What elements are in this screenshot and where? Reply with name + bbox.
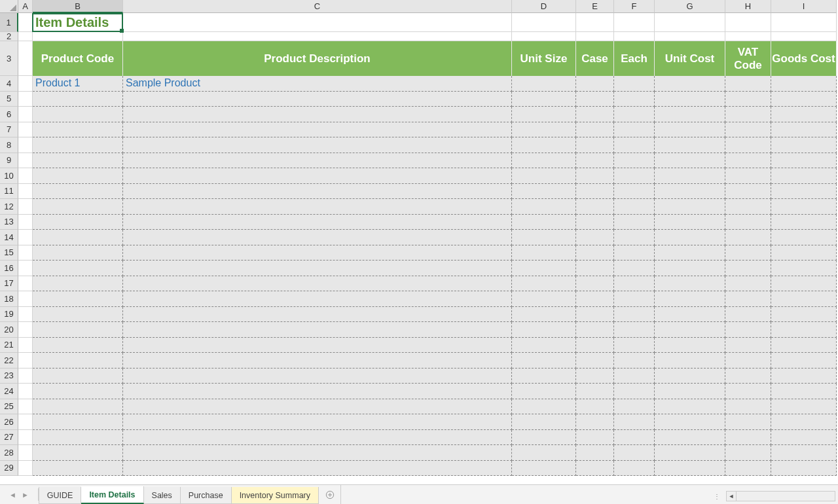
- cell-C28[interactable]: [123, 445, 512, 461]
- cell-I25[interactable]: [771, 399, 837, 415]
- row-header-10[interactable]: 10: [0, 168, 18, 184]
- cell-A9[interactable]: [18, 153, 33, 169]
- cell-H7[interactable]: [725, 122, 771, 138]
- cell-F13[interactable]: [614, 215, 655, 230]
- cell-E18[interactable]: [576, 291, 614, 307]
- cell-D24[interactable]: [512, 384, 576, 399]
- cell-D6[interactable]: [512, 107, 576, 122]
- cell-F27[interactable]: [614, 430, 655, 446]
- cell-G1[interactable]: [655, 13, 725, 32]
- cell-B26[interactable]: [33, 414, 123, 430]
- cell-B2[interactable]: [33, 32, 123, 41]
- cell-A21[interactable]: [18, 338, 33, 353]
- row-header-8[interactable]: 8: [0, 137, 18, 153]
- cell-D14[interactable]: [512, 230, 576, 245]
- cell-C1[interactable]: [123, 13, 512, 32]
- cell-G3[interactable]: Unit Cost: [655, 41, 725, 76]
- cell-F7[interactable]: [614, 122, 655, 138]
- cell-C10[interactable]: [123, 168, 512, 184]
- cell-I27[interactable]: [771, 430, 837, 446]
- cell-I19[interactable]: [771, 307, 837, 323]
- sheet-tab-inventory-summary[interactable]: Inventory Summary: [232, 487, 319, 504]
- cell-F5[interactable]: [614, 92, 655, 107]
- cell-B9[interactable]: [33, 153, 123, 169]
- cell-A28[interactable]: [18, 445, 33, 461]
- cell-I16[interactable]: [771, 261, 837, 276]
- row-header-1[interactable]: 1: [0, 13, 18, 32]
- row-header-11[interactable]: 11: [0, 184, 18, 200]
- cell-B4[interactable]: Product 1: [33, 76, 123, 92]
- cell-D17[interactable]: [512, 276, 576, 292]
- row-header-23[interactable]: 23: [0, 369, 18, 384]
- cell-G15[interactable]: [655, 245, 725, 261]
- column-header-D[interactable]: D: [512, 0, 576, 13]
- cell-C16[interactable]: [123, 261, 512, 276]
- cell-I18[interactable]: [771, 291, 837, 307]
- row-header-3[interactable]: 3: [0, 41, 18, 76]
- cell-I20[interactable]: [771, 322, 837, 338]
- cell-I17[interactable]: [771, 276, 837, 292]
- row-header-5[interactable]: 5: [0, 92, 18, 107]
- cell-C14[interactable]: [123, 230, 512, 245]
- cell-I14[interactable]: [771, 230, 837, 245]
- cell-H20[interactable]: [725, 322, 771, 338]
- cell-I24[interactable]: [771, 384, 837, 399]
- cell-I28[interactable]: [771, 445, 837, 461]
- cell-D10[interactable]: [512, 168, 576, 184]
- cell-B14[interactable]: [33, 230, 123, 245]
- cell-E16[interactable]: [576, 261, 614, 276]
- cell-grid[interactable]: Item DetailsProduct CodeProduct Descript…: [18, 13, 837, 476]
- sheet-tab-purchase[interactable]: Purchase: [181, 487, 232, 504]
- cell-E15[interactable]: [576, 245, 614, 261]
- cell-E2[interactable]: [576, 32, 614, 41]
- cell-C9[interactable]: [123, 153, 512, 169]
- cell-G23[interactable]: [655, 369, 725, 384]
- cell-E8[interactable]: [576, 137, 614, 153]
- cell-C29[interactable]: [123, 461, 512, 477]
- cell-G28[interactable]: [655, 445, 725, 461]
- cell-A13[interactable]: [18, 215, 33, 230]
- cell-D11[interactable]: [512, 184, 576, 200]
- cell-G5[interactable]: [655, 92, 725, 107]
- cell-B19[interactable]: [33, 307, 123, 323]
- cell-E23[interactable]: [576, 369, 614, 384]
- cell-H23[interactable]: [725, 369, 771, 384]
- column-header-I[interactable]: I: [771, 0, 837, 13]
- cell-G12[interactable]: [655, 199, 725, 215]
- cell-A23[interactable]: [18, 369, 33, 384]
- cell-G27[interactable]: [655, 430, 725, 446]
- column-header-C[interactable]: C: [123, 0, 512, 13]
- column-header-E[interactable]: E: [576, 0, 614, 13]
- row-header-15[interactable]: 15: [0, 245, 18, 261]
- cell-H19[interactable]: [725, 307, 771, 323]
- cell-E4[interactable]: [576, 76, 614, 92]
- cell-F11[interactable]: [614, 184, 655, 200]
- cell-F8[interactable]: [614, 137, 655, 153]
- cell-H11[interactable]: [725, 184, 771, 200]
- cell-C15[interactable]: [123, 245, 512, 261]
- cell-B11[interactable]: [33, 184, 123, 200]
- cell-A11[interactable]: [18, 184, 33, 200]
- cell-D27[interactable]: [512, 430, 576, 446]
- cell-F14[interactable]: [614, 230, 655, 245]
- row-header-6[interactable]: 6: [0, 107, 18, 122]
- cell-C19[interactable]: [123, 307, 512, 323]
- cell-F26[interactable]: [614, 414, 655, 430]
- add-sheet-button[interactable]: [319, 485, 341, 504]
- cell-H27[interactable]: [725, 430, 771, 446]
- hscroll-track[interactable]: [736, 491, 835, 501]
- cell-H13[interactable]: [725, 215, 771, 230]
- cell-G2[interactable]: [655, 32, 725, 41]
- cell-F2[interactable]: [614, 32, 655, 41]
- cell-F17[interactable]: [614, 276, 655, 292]
- cell-E12[interactable]: [576, 199, 614, 215]
- cell-F25[interactable]: [614, 399, 655, 415]
- cell-B15[interactable]: [33, 245, 123, 261]
- cell-H1[interactable]: [725, 13, 771, 32]
- cell-I26[interactable]: [771, 414, 837, 430]
- cell-I5[interactable]: [771, 92, 837, 107]
- cell-H2[interactable]: [725, 32, 771, 41]
- cell-C23[interactable]: [123, 369, 512, 384]
- cell-H21[interactable]: [725, 338, 771, 353]
- column-header-B[interactable]: B: [33, 0, 123, 13]
